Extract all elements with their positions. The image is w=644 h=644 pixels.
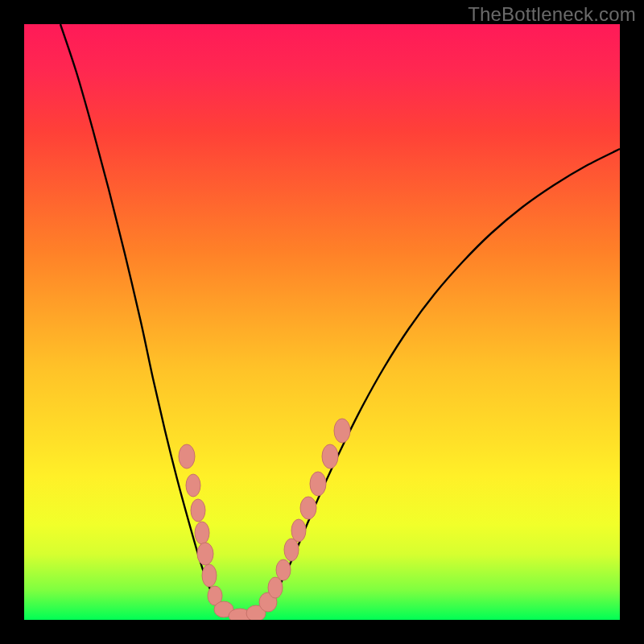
chart-plot-area — [24, 24, 620, 620]
watermark-label: TheBottleneck.com — [468, 3, 636, 26]
